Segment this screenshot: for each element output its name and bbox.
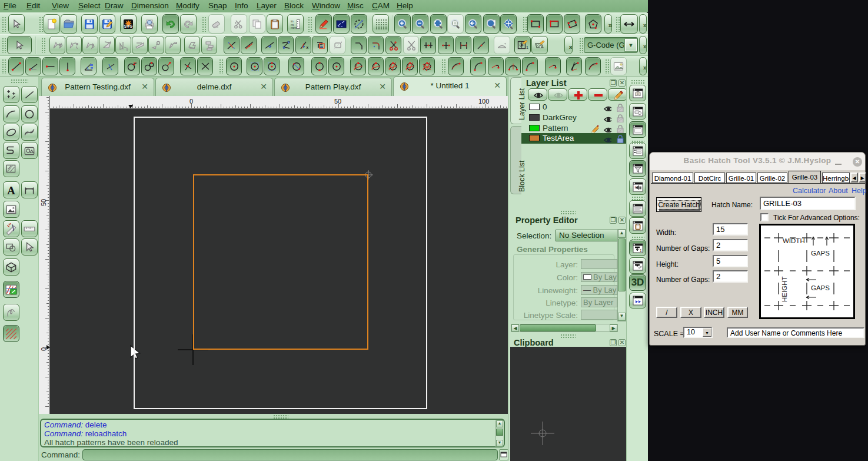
svg-text:0: 0 — [189, 98, 193, 105]
svg-text:HEIGHT: HEIGHT — [781, 277, 788, 302]
svg-text:50: 50 — [334, 98, 341, 105]
svg-text:GAPS: GAPS — [811, 284, 830, 291]
svg-text:»: » — [643, 42, 646, 49]
svg-text:GAPS: GAPS — [811, 250, 830, 257]
svg-text:1: 1 — [640, 248, 642, 252]
svg-text:WIDTH: WIDTH — [783, 237, 805, 244]
svg-text:50: 50 — [40, 199, 47, 206]
svg-text:»: » — [643, 63, 646, 71]
svg-text:.1: .1 — [525, 45, 528, 49]
svg-text:x: x — [306, 45, 308, 49]
svg-text:A: A — [7, 184, 15, 196]
svg-text:»: » — [568, 42, 572, 50]
svg-text:0: 0 — [40, 347, 47, 351]
svg-text:»: » — [608, 21, 611, 28]
svg-text:mm: mm — [291, 26, 297, 29]
svg-text:»: » — [643, 21, 646, 28]
svg-text:100: 100 — [478, 98, 489, 105]
svg-text:SVG: SVG — [124, 24, 132, 28]
